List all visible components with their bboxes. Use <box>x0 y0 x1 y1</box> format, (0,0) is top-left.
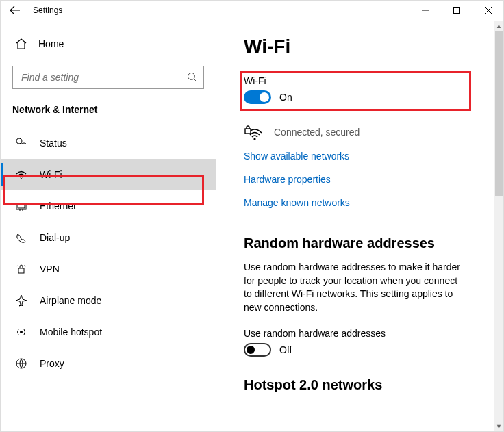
titlebar: Settings <box>0 0 504 21</box>
hardware-properties-link[interactable]: Hardware properties <box>244 174 490 185</box>
random-hw-toggle-label: Use random hardware addresses <box>244 328 490 339</box>
wifi-toggle-section: Wi-Fi On <box>244 75 490 104</box>
svg-rect-7 <box>18 205 25 208</box>
sidebar-item-label: Ethernet <box>40 201 76 212</box>
sidebar-item-status[interactable]: Status <box>0 127 216 159</box>
sidebar-item-label: Proxy <box>40 358 64 369</box>
maximize-button[interactable] <box>441 0 473 21</box>
wifi-status-text: Connected, secured <box>274 127 360 138</box>
wifi-status-row: Connected, secured <box>244 123 490 141</box>
sidebar: Home Network & Internet Status Wi-Fi <box>0 21 219 432</box>
vpn-icon <box>15 263 27 275</box>
scroll-up-icon[interactable]: ▲ <box>494 21 504 31</box>
manage-networks-link[interactable]: Manage known networks <box>244 197 490 208</box>
back-button[interactable] <box>0 0 30 21</box>
home-label: Home <box>38 38 64 49</box>
home-nav[interactable]: Home <box>12 30 207 58</box>
hotspot-icon <box>15 326 27 338</box>
wifi-icon <box>15 168 27 181</box>
random-hw-heading: Random hardware addresses <box>244 236 490 251</box>
status-icon <box>15 137 27 149</box>
scroll-thumb[interactable] <box>495 31 503 196</box>
sidebar-item-label: Mobile hotspot <box>40 327 102 338</box>
minimize-button[interactable] <box>410 0 441 21</box>
svg-point-5 <box>21 178 22 179</box>
search-icon <box>187 72 198 83</box>
wifi-toggle[interactable] <box>244 90 271 104</box>
maximize-icon <box>453 7 460 14</box>
sidebar-item-label: VPN <box>40 264 60 275</box>
sidebar-item-wifi[interactable]: Wi-Fi <box>0 159 216 190</box>
search-input[interactable] <box>20 71 187 84</box>
sidebar-item-dialup[interactable]: Dial-up <box>0 222 216 253</box>
category-header: Network & Internet <box>12 104 207 115</box>
proxy-icon <box>15 357 27 370</box>
svg-line-3 <box>194 79 198 83</box>
home-icon <box>15 38 27 50</box>
wifi-secured-icon <box>244 123 264 141</box>
svg-rect-14 <box>245 129 251 134</box>
content-area: Wi-Fi Wi-Fi On Connected, secured Show a… <box>219 21 504 432</box>
close-button[interactable] <box>473 0 504 21</box>
window-controls <box>410 0 504 21</box>
svg-point-11 <box>20 331 23 333</box>
show-networks-link[interactable]: Show available networks <box>244 151 490 162</box>
window-title: Settings <box>33 5 62 15</box>
sidebar-item-label: Airplane mode <box>40 295 101 306</box>
random-hw-toggle-state: Off <box>279 344 292 355</box>
search-box[interactable] <box>12 66 204 89</box>
svg-rect-1 <box>454 8 460 14</box>
svg-point-2 <box>188 73 195 80</box>
sidebar-item-label: Status <box>40 138 67 149</box>
random-hw-description: Use random hardware addresses to make it… <box>244 261 463 314</box>
scrollbar[interactable]: ▲ ▼ <box>493 21 504 432</box>
page-title: Wi-Fi <box>244 36 490 58</box>
sidebar-item-vpn[interactable]: VPN <box>0 253 216 285</box>
arrow-left-icon <box>10 5 21 16</box>
sidebar-item-proxy[interactable]: Proxy <box>0 348 216 379</box>
wifi-section-label: Wi-Fi <box>244 75 490 86</box>
sidebar-item-label: Dial-up <box>40 232 70 243</box>
svg-point-13 <box>253 138 255 140</box>
hotspot-heading: Hotspot 2.0 networks <box>244 377 490 393</box>
minimize-icon <box>422 7 429 14</box>
random-hw-toggle[interactable] <box>244 343 271 357</box>
dialup-icon <box>15 231 27 244</box>
airplane-icon <box>15 294 27 307</box>
svg-point-4 <box>16 138 22 144</box>
wifi-toggle-state: On <box>279 92 292 103</box>
sidebar-item-hotspot[interactable]: Mobile hotspot <box>0 316 216 348</box>
sidebar-item-label: Wi-Fi <box>40 169 62 180</box>
ethernet-icon <box>15 200 27 212</box>
close-icon <box>485 7 492 14</box>
nav-list: Status Wi-Fi Ethernet Dial-up <box>0 127 216 379</box>
sidebar-item-ethernet[interactable]: Ethernet <box>0 190 216 222</box>
wifi-links: Show available networks Hardware propert… <box>244 151 490 208</box>
scroll-down-icon[interactable]: ▼ <box>494 421 504 432</box>
sidebar-item-airplane[interactable]: Airplane mode <box>0 285 216 316</box>
svg-rect-10 <box>18 268 24 273</box>
